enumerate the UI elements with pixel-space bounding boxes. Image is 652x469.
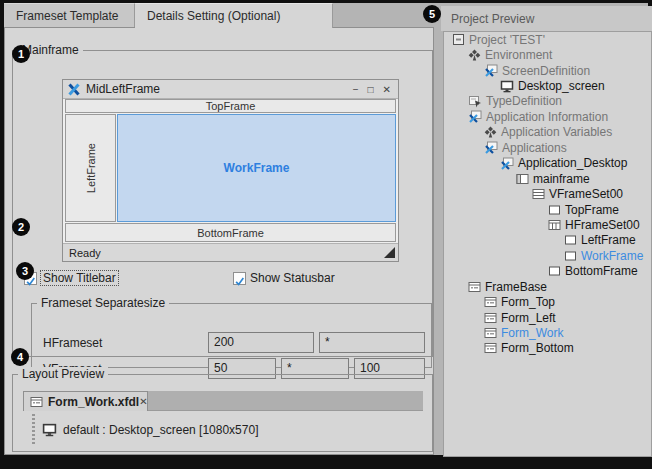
show-statusbar-label: Show Statusbar: [250, 271, 335, 285]
tab-close-icon[interactable]: ✕: [139, 396, 147, 407]
frame-icon: [564, 250, 577, 262]
frameset-wizard-window: Frameset Template Details Setting (Optio…: [0, 0, 652, 469]
tree-item-label: mainframe: [533, 172, 590, 186]
tree-item-form-left[interactable]: Form_Left: [444, 310, 651, 325]
form-work-tab[interactable]: Form_Work.xfdl ✕: [23, 391, 148, 411]
tree-item-bottomframe[interactable]: BottomFrame: [444, 264, 651, 279]
env-icon: [468, 49, 481, 62]
tree-item-leftframe[interactable]: LeftFrame: [444, 233, 651, 248]
tab-frameset-template[interactable]: Frameset Template: [4, 3, 135, 27]
statusbar-text: Ready: [69, 247, 101, 259]
preview-topframe[interactable]: TopFrame: [65, 99, 396, 113]
separatesize-group: Frameset Separatesize HFrameset VFramese…: [31, 303, 432, 368]
xwin-icon: [484, 141, 498, 154]
tree-item-label: HFrameSet00: [565, 218, 640, 232]
tree-item-label: ScreenDefinition: [502, 64, 590, 78]
tree-item-application-desktop[interactable]: Application_Desktop: [444, 156, 651, 171]
annotation-badge-4: 4: [11, 348, 29, 366]
tree-item-label: VFrameSet00: [549, 187, 623, 201]
xwin-icon: [468, 110, 482, 123]
preview-window-title: MidLeftFrame: [86, 82, 160, 96]
tree-item-application-information[interactable]: Application Information: [444, 109, 651, 124]
tree-item-desktop-screen[interactable]: Desktop_screen: [444, 78, 651, 93]
frame-icon: [564, 234, 577, 246]
tree-item-label: Applications: [502, 141, 567, 155]
tree-item-typedefinition[interactable]: TypeDefinition: [444, 94, 651, 109]
tree-item-screendefinition[interactable]: ScreenDefinition: [444, 63, 651, 78]
close-icon[interactable]: ✕: [383, 84, 391, 95]
hframeset-label: HFrameset: [43, 336, 102, 350]
layout-preview-text: default : Desktop_screen [1080x570]: [63, 423, 258, 437]
hframeset-size-input-1[interactable]: 200: [208, 332, 314, 353]
tree-item-hframeset00[interactable]: HFrameSet00: [444, 217, 651, 232]
project-preview-title: Project Preview: [451, 12, 534, 26]
tree-item-label: Project 'TEST': [469, 33, 545, 47]
minimize-icon[interactable]: −: [353, 84, 359, 95]
xwin-icon: [500, 157, 514, 170]
tree-item-label: WorkFrame: [581, 249, 643, 263]
tree-item-label: Form_Top: [501, 295, 555, 309]
form-icon: [484, 312, 497, 324]
tree-item-label: FrameBase: [485, 280, 547, 294]
project-icon: [452, 33, 465, 46]
monitor-icon: [500, 80, 514, 93]
hframeset-icon: [548, 219, 561, 231]
tree-item-label: TypeDefinition: [486, 94, 562, 108]
tree-item-workframe[interactable]: WorkFrame: [444, 248, 651, 263]
tree-item-label: Application Variables: [501, 125, 612, 139]
tree-item-form-work[interactable]: Form_Work: [444, 325, 651, 340]
frame-preview-window: MidLeftFrame − □ ✕ TopFrame LeftFrame Wo…: [62, 79, 399, 262]
preview-titlebar: MidLeftFrame − □ ✕: [63, 80, 398, 99]
form-icon: [484, 342, 497, 354]
preview-workframe[interactable]: WorkFrame: [117, 114, 396, 222]
preview-bottomframe[interactable]: BottomFrame: [65, 223, 396, 242]
tree-item-environment[interactable]: Environment: [444, 47, 651, 62]
vframeset-icon: [532, 188, 545, 200]
tree-item-vframeset00[interactable]: VFrameSet00: [444, 186, 651, 201]
tree-item-label: LeftFrame: [581, 233, 636, 247]
resize-grip-icon: [384, 247, 395, 258]
checkbox-row: Show Titlebar Show Statusbar: [13, 271, 433, 287]
tree-item-label: Form_Bottom: [501, 341, 574, 355]
mainframe-icon: [516, 173, 529, 185]
frame-icon: [548, 204, 561, 216]
tree-item-mainframe[interactable]: mainframe: [444, 171, 651, 186]
checkbox-check-icon: [233, 272, 246, 285]
form-work-tab-label: Form_Work.xfdl: [48, 395, 139, 409]
show-titlebar-checkbox[interactable]: Show Titlebar: [24, 271, 118, 285]
separatesize-group-label: Frameset Separatesize: [37, 296, 169, 310]
tree-item-applications[interactable]: Applications: [444, 140, 651, 155]
formbase-icon: [468, 281, 481, 293]
frame-icon: [548, 265, 561, 277]
details-setting-panel: Mainframe MidLeftFrame − □ ✕: [4, 27, 434, 455]
splitter-grip-icon[interactable]: [32, 414, 35, 446]
tree-item-application-variables[interactable]: Application Variables: [444, 125, 651, 140]
tree-item-project-test[interactable]: Project 'TEST': [444, 32, 651, 47]
topframe-label: TopFrame: [206, 100, 256, 112]
tree-item-form-bottom[interactable]: Form_Bottom: [444, 341, 651, 356]
mainframe-group: Mainframe MidLeftFrame − □ ✕: [12, 50, 433, 357]
typedef-icon: [468, 95, 482, 108]
monitor-icon: [42, 423, 57, 437]
workframe-label: WorkFrame: [224, 161, 290, 175]
show-titlebar-label: Show Titlebar: [41, 271, 118, 285]
leftframe-label: LeftFrame: [85, 143, 97, 193]
tab-label: Frameset Template: [16, 9, 119, 23]
show-statusbar-checkbox[interactable]: Show Statusbar: [233, 271, 335, 285]
tree-item-label: Desktop_screen: [518, 79, 605, 93]
tree-item-label: Environment: [485, 48, 552, 62]
preview-leftframe[interactable]: LeftFrame: [65, 114, 116, 222]
layout-preview-group-label: Layout Preview: [18, 367, 108, 381]
maximize-icon[interactable]: □: [368, 84, 374, 95]
tree-item-form-top[interactable]: Form_Top: [444, 294, 651, 309]
annotation-badge-3: 3: [16, 262, 34, 280]
tree-item-framebase[interactable]: FrameBase: [444, 279, 651, 294]
layout-preview-content: default : Desktop_screen [1080x570]: [23, 411, 423, 449]
tree-item-topframe[interactable]: TopFrame: [444, 202, 651, 217]
tree-item-label: TopFrame: [565, 203, 619, 217]
annotation-badge-2: 2: [12, 218, 30, 236]
tab-details-setting[interactable]: Details Setting (Optional): [135, 3, 333, 28]
hframeset-size-input-2[interactable]: *: [319, 332, 425, 353]
tree-item-label: Application Information: [486, 110, 608, 124]
project-tree: Project 'TEST'EnvironmentScreenDefinitio…: [443, 31, 652, 457]
